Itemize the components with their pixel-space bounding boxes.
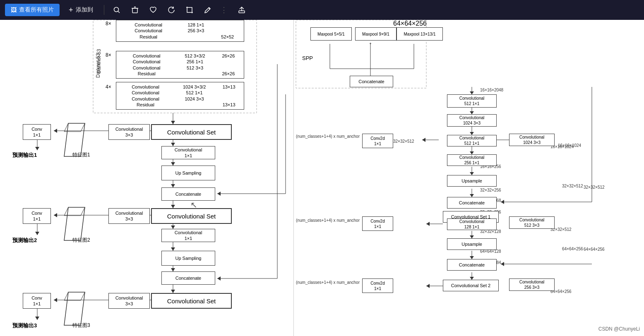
size-64x64x256b: 64×64×256 bbox=[562, 247, 583, 251]
svg-marker-80 bbox=[470, 172, 474, 175]
rotate-icon bbox=[168, 6, 175, 14]
conv3x3-c: Convolutional3×3 bbox=[108, 293, 150, 309]
conv-512-1x1-b: Convolutional512 1×1 bbox=[447, 135, 497, 146]
darknet-label: Darknet-53 bbox=[95, 22, 101, 109]
delete-icon bbox=[131, 6, 139, 14]
delete-btn[interactable] bbox=[127, 2, 142, 17]
conv1x1-out-c: Conv1×1 bbox=[23, 293, 51, 309]
spp-concatenate: Concatenate bbox=[350, 76, 393, 87]
svg-marker-101 bbox=[426, 222, 430, 226]
conv3x3-b: Convolutional3×3 bbox=[108, 208, 150, 224]
divider bbox=[104, 5, 104, 15]
conv3x3-a: Convolutional3×3 bbox=[108, 124, 150, 140]
predict-2: 预测输出2 bbox=[12, 237, 37, 244]
svg-marker-82 bbox=[470, 194, 474, 197]
svg-marker-36 bbox=[54, 213, 57, 217]
conv-128-1x1: Convolutional128 1×1 bbox=[447, 218, 497, 230]
svg-text:(num_classes+1+4) x num_anchor: (num_classes+1+4) x num_anchor bbox=[296, 134, 360, 139]
svg-marker-109 bbox=[501, 262, 504, 266]
size-16x16x1024: 16×16×1024 bbox=[558, 143, 581, 148]
table-group-c: Convolutional1024 3×3/213×13 Convolution… bbox=[116, 82, 244, 110]
up-sampling-a: Up Sampling bbox=[161, 166, 215, 180]
svg-marker-76 bbox=[470, 132, 474, 135]
svg-marker-59 bbox=[64, 292, 85, 325]
maxpool-c: Maxpool 13×13/1 bbox=[396, 27, 443, 41]
concatenate-c-r: Concatenate bbox=[447, 259, 497, 271]
conv2d-c: Conv2d1×1 bbox=[362, 278, 393, 293]
conv-512-3x3: Convolutional512 3×3 bbox=[509, 216, 555, 229]
conv2d-b: Conv2d1×1 bbox=[362, 216, 393, 231]
spp-label: SPP bbox=[302, 55, 313, 61]
svg-marker-74 bbox=[470, 111, 474, 114]
table-group-a: Convolutional128 1×1 Convolutional256 3×… bbox=[116, 20, 244, 42]
svg-point-0 bbox=[114, 7, 118, 12]
heart-icon bbox=[149, 6, 157, 14]
svg-text:32×32×256: 32×32×256 bbox=[480, 188, 501, 192]
svg-marker-18 bbox=[171, 205, 175, 208]
conv-1024-3x3-b: Convolutional1024 3×3 bbox=[509, 134, 555, 146]
edit-icon bbox=[204, 6, 211, 14]
svg-marker-105 bbox=[426, 284, 430, 288]
svg-marker-47 bbox=[217, 192, 221, 196]
conv-set-3: Convolutional Set bbox=[151, 293, 232, 309]
crop-btn[interactable] bbox=[182, 2, 197, 17]
view-all-photos-btn[interactable]: 🖼 查看所有照片 bbox=[5, 4, 60, 16]
up-sampling-b: Up Sampling bbox=[161, 251, 215, 266]
conv-256-3x3: Convolutional256 3×3 bbox=[509, 278, 555, 291]
right-panel: 16×16×2048 (num_classes+1+4) x num_ancho… bbox=[294, 20, 644, 336]
concatenate-b-r: Concatenate bbox=[447, 197, 497, 209]
left-panel: Darknet-53 bbox=[0, 20, 294, 336]
more-options-icon: ⋮ bbox=[220, 5, 228, 14]
left-diagram: Darknet-53 bbox=[0, 20, 293, 336]
add-to-btn[interactable]: + 添加到 bbox=[63, 3, 99, 17]
concatenate-b: Concatenate bbox=[161, 271, 215, 285]
predict-1: 预测输出1 bbox=[12, 151, 37, 159]
right-diagram-container: 16×16×2048 (num_classes+1+4) x num_ancho… bbox=[294, 20, 644, 336]
edit-btn[interactable] bbox=[200, 2, 215, 17]
feature-shape-1 bbox=[62, 121, 87, 158]
svg-marker-20 bbox=[171, 226, 175, 229]
svg-rect-2 bbox=[132, 8, 137, 13]
svg-rect-6 bbox=[239, 11, 245, 13]
svg-marker-99 bbox=[470, 277, 474, 280]
feature-shape-3 bbox=[62, 290, 87, 327]
svg-marker-14 bbox=[171, 162, 175, 166]
svg-marker-55 bbox=[64, 207, 85, 240]
search-btn[interactable] bbox=[109, 2, 124, 17]
svg-marker-30 bbox=[54, 129, 57, 133]
share-btn[interactable] bbox=[234, 2, 249, 17]
table-group-b: Convolutional512 3×3/226×26 Convolutiona… bbox=[116, 51, 244, 79]
upsample-b: Upsample bbox=[447, 238, 497, 250]
watermark: CSDN @ChunyeLi bbox=[598, 326, 640, 332]
conv-set-1: Convolutional Set bbox=[151, 124, 232, 140]
size-32x32x512b: 32×32×512 bbox=[393, 139, 414, 144]
upsample-a: Upsample bbox=[447, 175, 497, 187]
share-icon bbox=[238, 6, 245, 14]
size-64x64x256: 64×64×256 bbox=[393, 20, 427, 27]
heart-btn[interactable] bbox=[146, 2, 161, 17]
svg-marker-12 bbox=[171, 143, 175, 146]
conv-set-2: Convolutional Set bbox=[151, 208, 232, 224]
conv-512-1x1-a: Convolutional512 1×1 bbox=[447, 94, 497, 108]
rotate-btn[interactable] bbox=[164, 2, 179, 17]
plus-icon: + bbox=[69, 6, 73, 14]
conv-1x1-b: Convolutional1×1 bbox=[161, 229, 215, 242]
svg-marker-78 bbox=[470, 151, 474, 154]
mult-8b: 8× bbox=[106, 52, 111, 58]
svg-marker-10 bbox=[171, 121, 175, 124]
svg-marker-95 bbox=[470, 235, 474, 238]
maxpool-b: Maxpool 9×9/1 bbox=[355, 27, 396, 41]
svg-text:64×64×256: 64×64×256 bbox=[584, 247, 605, 252]
crop-icon bbox=[186, 6, 193, 14]
conv-256-1x1: Convolutional256 1×1 bbox=[447, 154, 497, 166]
svg-marker-88 bbox=[422, 138, 425, 142]
size-32x32x512: 32×32×512 bbox=[562, 184, 583, 188]
svg-marker-24 bbox=[171, 268, 175, 271]
maxpool-a: Maxpool 5×5/1 bbox=[310, 27, 352, 41]
conv1x1-out-b: Conv1×1 bbox=[23, 208, 51, 224]
mult-4: 4× bbox=[106, 84, 111, 90]
svg-marker-72 bbox=[470, 91, 474, 94]
svg-marker-97 bbox=[470, 256, 474, 259]
svg-marker-91 bbox=[501, 200, 504, 204]
svg-line-1 bbox=[118, 11, 120, 13]
